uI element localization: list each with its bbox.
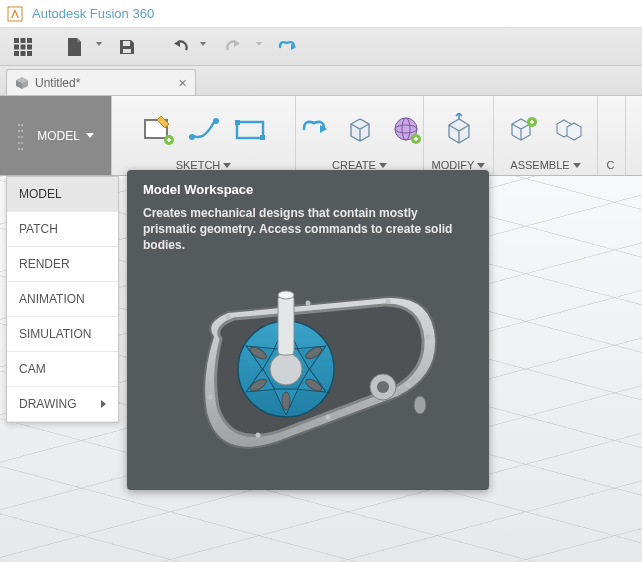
svg-point-20 bbox=[18, 148, 20, 150]
svg-point-49 bbox=[270, 353, 302, 385]
svg-rect-2 bbox=[21, 38, 26, 43]
svg-point-34 bbox=[226, 314, 231, 319]
ribbon: MODEL SKETCH bbox=[0, 96, 642, 176]
svg-rect-9 bbox=[27, 51, 32, 56]
workspace-menu-item-drawing[interactable]: DRAWING bbox=[7, 387, 118, 422]
tooltip-body: Creates mechanical designs that contain … bbox=[143, 205, 473, 254]
svg-point-41 bbox=[208, 394, 213, 399]
title-bar: Autodesk Fusion 360 bbox=[0, 0, 642, 28]
svg-point-54 bbox=[414, 396, 426, 414]
svg-point-12 bbox=[18, 124, 20, 126]
svg-point-35 bbox=[306, 300, 311, 305]
chevron-down-icon bbox=[86, 133, 94, 138]
workspace-menu-item-cam[interactable]: CAM bbox=[7, 352, 118, 387]
svg-rect-4 bbox=[14, 44, 19, 49]
redo-button[interactable] bbox=[218, 34, 252, 60]
svg-rect-11 bbox=[123, 49, 131, 53]
undo-button[interactable] bbox=[162, 34, 196, 60]
document-tab[interactable]: Untitled* × bbox=[6, 69, 196, 95]
svg-point-21 bbox=[21, 148, 23, 150]
chevron-down-icon bbox=[256, 42, 262, 46]
rectangle-button[interactable] bbox=[232, 111, 268, 147]
svg-rect-26 bbox=[237, 122, 263, 138]
workspace-menu-item-patch[interactable]: PATCH bbox=[7, 212, 118, 247]
svg-point-19 bbox=[21, 142, 23, 144]
close-tab-button[interactable]: × bbox=[178, 74, 187, 91]
workspace-current-label: MODEL bbox=[37, 129, 80, 143]
new-component-button[interactable] bbox=[505, 111, 541, 147]
svg-point-38 bbox=[406, 382, 411, 387]
chevron-down-icon bbox=[96, 42, 102, 46]
chevron-down-icon bbox=[200, 42, 206, 46]
sphere-button[interactable] bbox=[388, 111, 424, 147]
svg-rect-1 bbox=[14, 38, 19, 43]
svg-point-18 bbox=[18, 142, 20, 144]
svg-point-15 bbox=[21, 130, 23, 132]
svg-rect-3 bbox=[27, 38, 32, 43]
svg-rect-5 bbox=[21, 44, 26, 49]
svg-rect-28 bbox=[260, 135, 265, 140]
document-tab-bar: Untitled* × bbox=[0, 66, 642, 96]
workspace-menu-item-render[interactable]: RENDER bbox=[7, 247, 118, 282]
quick-access-toolbar bbox=[0, 28, 642, 66]
ribbon-group-modify: MODIFY bbox=[424, 96, 494, 175]
create-sketch-button[interactable] bbox=[140, 111, 176, 147]
workspace-menu-item-animation[interactable]: ANIMATION bbox=[7, 282, 118, 317]
joint-button[interactable] bbox=[551, 111, 587, 147]
ribbon-group-label[interactable]: ASSEMBLE bbox=[510, 159, 580, 171]
chevron-down-icon bbox=[573, 163, 581, 168]
svg-rect-10 bbox=[123, 41, 130, 46]
workspace-menu: MODEL PATCH RENDER ANIMATION SIMULATION … bbox=[6, 176, 119, 423]
svg-point-37 bbox=[426, 334, 431, 339]
workspace-menu-item-model[interactable]: MODEL bbox=[7, 177, 118, 212]
svg-point-17 bbox=[21, 136, 23, 138]
svg-point-40 bbox=[256, 432, 261, 437]
cube-icon bbox=[15, 76, 29, 90]
ribbon-group-assemble: ASSEMBLE bbox=[494, 96, 598, 175]
ribbon-group-label[interactable]: C bbox=[607, 159, 615, 171]
svg-point-44 bbox=[282, 392, 290, 410]
tooltip-title: Model Workspace bbox=[143, 182, 473, 197]
document-tab-label: Untitled* bbox=[35, 76, 80, 90]
chevron-down-icon bbox=[223, 163, 231, 168]
tooltip-preview-image bbox=[143, 268, 473, 476]
workspace-switcher-button[interactable]: MODEL bbox=[0, 96, 112, 175]
svg-point-16 bbox=[18, 136, 20, 138]
extensions-button[interactable] bbox=[274, 34, 300, 60]
press-pull-button[interactable] bbox=[441, 111, 477, 147]
chevron-down-icon bbox=[477, 163, 485, 168]
svg-point-14 bbox=[18, 130, 20, 132]
svg-rect-27 bbox=[235, 120, 240, 125]
svg-point-13 bbox=[21, 124, 23, 126]
save-button[interactable] bbox=[114, 34, 140, 60]
box-button[interactable] bbox=[342, 111, 378, 147]
svg-rect-6 bbox=[27, 44, 32, 49]
workspace-menu-item-simulation[interactable]: SIMULATION bbox=[7, 317, 118, 352]
file-menu-button[interactable] bbox=[58, 34, 92, 60]
line-button[interactable] bbox=[186, 111, 222, 147]
ribbon-group-construct: C bbox=[598, 96, 626, 175]
chevron-right-icon bbox=[101, 400, 106, 408]
svg-point-39 bbox=[326, 414, 331, 419]
chevron-down-icon bbox=[379, 163, 387, 168]
svg-rect-7 bbox=[14, 51, 19, 56]
svg-point-53 bbox=[377, 381, 389, 393]
workspace-tooltip: Model Workspace Creates mechanical desig… bbox=[127, 170, 489, 490]
ribbon-group-sketch: SKETCH bbox=[112, 96, 296, 175]
svg-rect-8 bbox=[21, 51, 26, 56]
svg-point-51 bbox=[278, 291, 294, 299]
ribbon-group-create: CREATE bbox=[296, 96, 424, 175]
svg-rect-50 bbox=[278, 295, 294, 355]
grip-icon bbox=[17, 116, 25, 156]
app-title: Autodesk Fusion 360 bbox=[32, 6, 154, 21]
script-button[interactable] bbox=[296, 111, 332, 147]
svg-point-36 bbox=[386, 298, 391, 303]
data-panel-button[interactable] bbox=[10, 34, 36, 60]
app-logo-icon bbox=[6, 5, 24, 23]
